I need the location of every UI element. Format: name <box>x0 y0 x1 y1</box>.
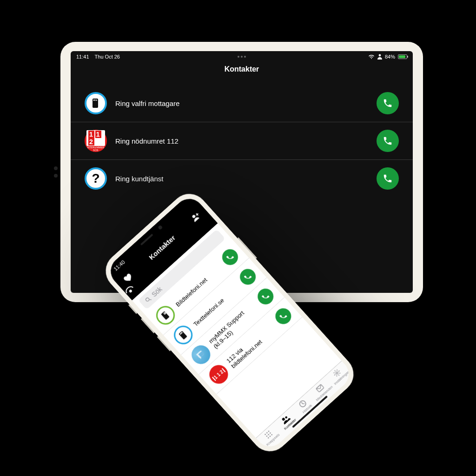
person-icon <box>377 54 382 60</box>
call-button[interactable] <box>377 130 399 152</box>
contact-label: Ring nödnumret 112 <box>115 137 368 145</box>
call-button[interactable] <box>219 246 241 268</box>
svg-point-21 <box>282 417 285 421</box>
contact-label: Ring kundtjänst <box>115 175 368 183</box>
status-time: 11:41 <box>76 54 89 60</box>
svg-text:ABC: ABC <box>94 99 98 101</box>
emergency-112-icon: 112 <box>205 361 231 387</box>
status-right: 84% <box>368 54 407 60</box>
contact-label: Ring valfri mottagare <box>115 99 368 107</box>
page-title: Kontakter <box>71 60 413 85</box>
battery-icon <box>398 54 407 59</box>
status-left: 11:41 Thu Oct 26 <box>76 54 120 60</box>
svg-point-6 <box>145 297 150 302</box>
svg-point-16 <box>268 434 270 436</box>
call-button[interactable] <box>237 265 259 288</box>
wifi-icon <box>368 54 375 59</box>
contact-row-any-recipient[interactable]: ABC Ring valfri mottagare <box>71 85 413 122</box>
svg-point-14 <box>268 430 270 432</box>
tablet-contact-list: ABC Ring valfri mottagare 112 NÖDNUMMER … <box>71 85 413 197</box>
question-icon: ? <box>85 167 107 190</box>
multitask-dots <box>238 56 246 58</box>
svg-point-18 <box>267 437 269 439</box>
contact-row-support[interactable]: ? Ring kundtjänst <box>71 160 413 197</box>
svg-point-0 <box>379 54 381 57</box>
search-placeholder: Sök <box>150 285 164 298</box>
status-date: Thu Oct 26 <box>95 54 120 60</box>
svg-point-4 <box>192 214 196 218</box>
svg-point-19 <box>269 436 271 437</box>
tablet-camera-dots <box>54 166 58 178</box>
dialpad-icon: ABC <box>85 92 107 114</box>
call-button[interactable] <box>377 92 399 114</box>
svg-point-12 <box>264 434 266 436</box>
svg-point-25 <box>336 371 338 374</box>
emergency-112-icon: 112 NÖDNUMMER SOS <box>85 130 107 152</box>
call-button[interactable] <box>377 167 399 190</box>
battery-pct: 84% <box>385 54 395 60</box>
svg-rect-9 <box>178 331 187 340</box>
svg-point-22 <box>285 416 288 418</box>
svg-point-17 <box>269 432 271 434</box>
call-button[interactable] <box>272 305 294 327</box>
svg-point-15 <box>266 436 268 437</box>
call-button[interactable] <box>254 285 277 308</box>
svg-point-5 <box>129 289 132 293</box>
tablet-status-bar: 11:41 Thu Oct 26 84% <box>71 51 413 60</box>
search-icon <box>144 295 153 304</box>
svg-point-20 <box>271 434 273 436</box>
svg-rect-24 <box>316 384 324 392</box>
phone-status-time: 11:40 <box>112 259 126 272</box>
contact-row-emergency-112[interactable]: 112 NÖDNUMMER SOS Ring nödnumret 112 <box>71 122 413 160</box>
svg-point-13 <box>266 432 268 434</box>
